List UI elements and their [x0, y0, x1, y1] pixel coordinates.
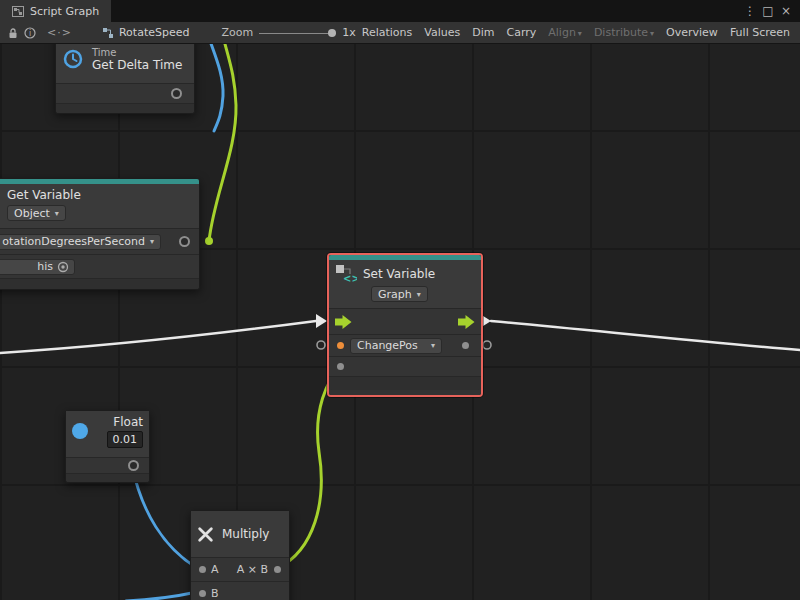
set-variable-object-port[interactable] [337, 342, 344, 349]
window-controls: ⋮ □ × [742, 0, 800, 22]
close-icon[interactable]: × [778, 4, 794, 18]
graph-toolbar: i <·> RotateSpeed Zoom 1x Relations Valu… [0, 22, 800, 44]
full-screen-button[interactable]: Full Screen [724, 26, 796, 39]
node-get-variable[interactable]: Get Variable Object ▾ otationDegreesPerS… [0, 178, 200, 290]
variable-name-dropdown[interactable]: ChangePos ▾ [350, 338, 442, 354]
wire-flow-white-left [0, 321, 316, 353]
relations-button[interactable]: Relations [356, 26, 419, 39]
target-object-chip[interactable]: his [0, 259, 75, 275]
maximize-icon[interactable]: □ [760, 4, 776, 18]
zoom-slider[interactable] [259, 26, 336, 40]
node-title: Set Variable [363, 267, 435, 281]
floating-port-right[interactable] [483, 341, 491, 349]
graph-name: RotateSpeed [119, 26, 190, 39]
svg-text:<>: <> [343, 273, 357, 284]
target-icon [57, 261, 69, 273]
node-footer [56, 103, 194, 113]
variable-name-value: otationDegreesPerSecond [2, 235, 145, 248]
delta-time-output-port[interactable] [171, 88, 182, 99]
graph-root-button[interactable]: <·> [47, 26, 72, 39]
clock-icon [62, 48, 84, 70]
chevron-down-icon: ▾ [150, 237, 154, 246]
zoom-slider-knob[interactable] [328, 29, 336, 37]
variable-scope-dropdown[interactable]: Object ▾ [7, 205, 66, 221]
script-graph-icon [12, 6, 24, 17]
set-variable-value-port[interactable] [337, 363, 344, 370]
node-title: Float [113, 415, 143, 429]
graph-breadcrumb[interactable]: RotateSpeed [102, 26, 190, 39]
set-variable-icon: <> [335, 264, 357, 284]
node-subtitle: Time [92, 47, 182, 58]
variable-name-value: ChangePos [357, 339, 418, 352]
get-variable-output-port[interactable] [179, 236, 190, 247]
flow-input-arrow[interactable] [335, 315, 352, 329]
variable-name-dropdown[interactable]: otationDegreesPerSecond ▾ [0, 234, 161, 250]
zoom-slider-track [259, 33, 336, 34]
node-get-delta-time[interactable]: Time Get Delta Time [55, 34, 195, 114]
distribute-button[interactable]: Distribute▾ [588, 26, 660, 39]
float-output-port[interactable] [128, 460, 139, 471]
multiply-input-a-port[interactable] [199, 566, 206, 573]
info-icon[interactable]: i [22, 27, 40, 39]
tab-title: Script Graph [30, 5, 99, 18]
carry-button[interactable]: Carry [500, 26, 542, 39]
wire-green-top [209, 28, 236, 241]
toolbar-buttons: Relations Values Dim Carry Align▾ Distri… [356, 26, 796, 39]
graph-canvas[interactable]: Time Get Delta Time Get Variable Object … [0, 0, 800, 600]
selection-outline: <> Set Variable Graph ▾ [327, 253, 483, 397]
target-object-label: his [37, 260, 53, 273]
window-tab-bar: Script Graph ⋮ □ × [0, 0, 800, 22]
flow-arrow-in-white [316, 314, 327, 328]
node-title: Multiply [222, 527, 269, 541]
dim-button[interactable]: Dim [466, 26, 500, 39]
node-float[interactable]: Float 0.01 [65, 410, 150, 483]
node-set-variable[interactable]: <> Set Variable Graph ▾ [329, 255, 481, 395]
input-a-label: A [211, 563, 219, 576]
values-button[interactable]: Values [418, 26, 466, 39]
float-value-field[interactable]: 0.01 [107, 431, 144, 448]
wire-flow-white-right [491, 321, 800, 350]
set-variable-output-port[interactable] [462, 342, 469, 349]
multiply-header: Multiply [191, 511, 289, 557]
variable-scope-value: Object [14, 207, 50, 220]
align-button[interactable]: Align▾ [542, 26, 588, 39]
chevron-down-icon: ▾ [55, 209, 59, 218]
chevron-down-icon: ▾ [650, 29, 654, 38]
chevron-down-icon: ▾ [417, 290, 421, 299]
wire-blue-bottom-to-multiply-b [126, 592, 197, 600]
set-variable-header: <> Set Variable Graph ▾ [329, 260, 481, 308]
wire-green-endpoint-dot [205, 237, 213, 245]
multiply-output-port[interactable] [274, 566, 281, 573]
chevron-down-icon: ▾ [431, 341, 435, 350]
node-footer [66, 473, 149, 482]
node-title: Get Variable [7, 188, 193, 202]
float-icon [72, 423, 88, 439]
window-menu-icon[interactable]: ⋮ [742, 4, 758, 18]
node-footer [329, 376, 481, 390]
zoom-label: Zoom [221, 26, 253, 39]
variable-scope-value: Graph [378, 288, 412, 301]
tab-script-graph[interactable]: Script Graph [0, 0, 111, 22]
zoom-value: 1x [342, 26, 356, 39]
floating-port-left[interactable] [317, 341, 325, 349]
variable-scope-dropdown[interactable]: Graph ▾ [371, 286, 428, 302]
chevron-down-icon: ▾ [578, 29, 582, 38]
node-multiply[interactable]: Multiply A A × B B [190, 510, 290, 600]
multiply-icon [197, 526, 214, 543]
graph-asset-icon [102, 27, 114, 39]
svg-text:i: i [29, 29, 31, 38]
overview-button[interactable]: Overview [660, 26, 724, 39]
input-b-label: B [211, 587, 219, 600]
get-variable-header: Get Variable Object ▾ [0, 184, 199, 228]
node-footer [0, 278, 199, 289]
flow-output-arrow[interactable] [458, 315, 475, 329]
float-header: Float 0.01 [66, 411, 149, 457]
output-label: A × B [237, 563, 268, 576]
node-title: Get Delta Time [92, 58, 182, 72]
lock-icon[interactable] [4, 27, 22, 39]
multiply-input-b-port[interactable] [199, 590, 206, 597]
